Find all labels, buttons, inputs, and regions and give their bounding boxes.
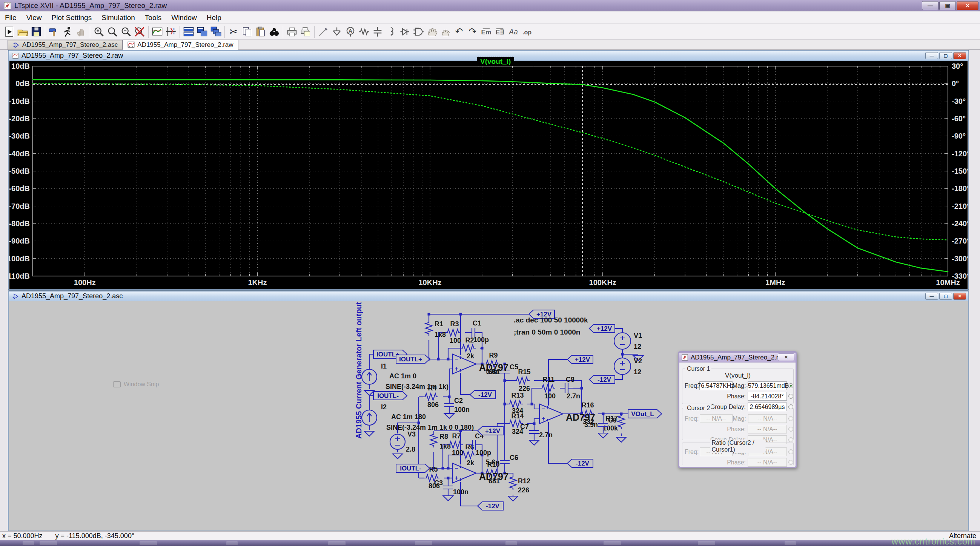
halt-button[interactable] (74, 25, 88, 38)
paste-button[interactable] (254, 25, 267, 38)
minimize-button[interactable]: — (922, 1, 939, 10)
magnitude-curve[interactable] (33, 80, 948, 271)
text-button[interactable]: Aa (507, 25, 520, 38)
print-button[interactable] (285, 25, 299, 38)
run-button[interactable] (61, 25, 74, 38)
source-V1[interactable] (614, 333, 631, 349)
plot-minimize-button[interactable]: — (925, 52, 938, 59)
ratio-phase-field[interactable]: -- N/A-- (748, 458, 787, 467)
open-button[interactable] (16, 25, 29, 38)
spice-directive-button[interactable]: .op (520, 25, 534, 38)
cursor2-freq-field[interactable]: -- N/A-- (700, 414, 733, 423)
trace-legend[interactable]: V(vout_l) (477, 57, 514, 66)
taskbar-item[interactable] (328, 541, 345, 545)
cursor1-mag-radio[interactable] (788, 383, 793, 388)
menu-window[interactable]: Window (166, 12, 202, 23)
control-panel-button[interactable] (47, 25, 61, 38)
capacitor-C3[interactable] (443, 481, 453, 494)
ground-button[interactable] (330, 25, 344, 38)
zoom-full-button[interactable] (133, 25, 146, 38)
cursor2-phase-field[interactable]: -- N/A-- (748, 425, 787, 433)
resistor-R15[interactable] (514, 377, 530, 384)
menu-view[interactable]: View (22, 12, 47, 23)
diode-button[interactable] (398, 25, 412, 38)
capacitor-C7[interactable] (529, 425, 539, 439)
tile-horizontal-button[interactable] (182, 25, 196, 38)
schematic-window-titlebar[interactable]: AD1955_Amp_797_Stereo_2.asc — ▢ ✕ (9, 292, 968, 301)
net-flag-IOUTL-[interactable]: IOUTL- (396, 464, 430, 473)
find-button[interactable] (267, 25, 281, 38)
source-I2[interactable] (362, 410, 377, 425)
cursor2-phase-radio[interactable] (788, 427, 793, 432)
dialog-close-button[interactable]: ✕ (778, 353, 794, 361)
net-flag--12V[interactable]: -12V (589, 375, 615, 384)
schematic-canvas[interactable]: R11k8R3100R22kR9681R15226R11100R13324R14… (10, 302, 967, 530)
autorange-button[interactable] (151, 25, 164, 38)
cursor-dialog-titlebar[interactable]: AD1955_Amp_797_Stereo_2.raw ✕ (679, 353, 795, 362)
cursor2-mag-field[interactable]: -- N/A-- (748, 414, 787, 423)
net-flag--12V[interactable]: -12V (470, 390, 496, 399)
menu-tools[interactable]: Tools (140, 12, 166, 23)
new-run-button[interactable] (2, 25, 16, 38)
maximize-button[interactable]: ▣ (939, 1, 956, 10)
taskbar-item[interactable] (784, 541, 796, 545)
sch-minimize-button[interactable]: — (925, 293, 938, 300)
move-button[interactable] (425, 25, 439, 38)
tab-schematic[interactable]: AD1955_Amp_797_Stereo_2.asc (8, 40, 123, 49)
taskbar-item[interactable] (22, 541, 34, 545)
sch-close-button[interactable]: ✕ (953, 293, 966, 300)
resistor-R17[interactable] (618, 414, 625, 429)
close-button[interactable]: ✕ (957, 1, 978, 10)
sch-restore-button[interactable]: ▢ (939, 293, 952, 300)
source-V2[interactable] (614, 358, 631, 375)
label-button[interactable]: A (344, 25, 357, 38)
cursor1-mag-field[interactable]: -579.13651mdB (748, 382, 787, 390)
capacitor-C2[interactable] (444, 398, 454, 412)
zoom-back-button[interactable] (106, 25, 119, 38)
net-flag-VOut_L[interactable]: VOut_L (628, 410, 662, 418)
taskbar-item[interactable] (40, 541, 57, 545)
menu-simulation[interactable]: Simulation (97, 12, 140, 23)
manual-limits-button[interactable] (164, 25, 178, 38)
cursor2-mag-radio[interactable] (788, 416, 793, 421)
net-flag-+12V[interactable]: +12V (567, 355, 593, 364)
mirror-button[interactable]: Em (479, 25, 493, 38)
ratio-phase-radio[interactable] (788, 460, 793, 465)
menu-plot-settings[interactable]: Plot Settings (46, 12, 97, 23)
copy-button[interactable] (240, 25, 254, 38)
taskbar-item[interactable] (226, 541, 238, 545)
cursor1-freq-field[interactable]: 76.54787KHz (699, 382, 733, 390)
redo-button[interactable]: ↷ (466, 25, 479, 38)
resistor-button[interactable] (357, 25, 371, 38)
resistor-R11[interactable] (540, 385, 555, 391)
rotate-button[interactable]: E∃ (493, 25, 507, 38)
ratio-mag-radio[interactable] (788, 449, 793, 454)
zoom-in-button[interactable] (92, 25, 106, 38)
resistor-R1[interactable] (425, 321, 432, 336)
menu-file[interactable]: File (0, 12, 22, 23)
resistor-R2[interactable] (461, 345, 476, 351)
net-flag--12V[interactable]: -12V (477, 502, 503, 510)
tab-waveform[interactable]: AD1955_Amp_797_Stereo_2.raw (123, 40, 238, 50)
resistor-R12[interactable] (510, 475, 516, 490)
schematic[interactable]: R11k8R3100R22kR9681R15226R11100R13324R14… (355, 302, 662, 510)
plot-close-button[interactable]: ✕ (953, 52, 966, 59)
zoom-out-button[interactable] (119, 25, 133, 38)
net-flag-IOUTL-[interactable]: IOUTL- (374, 391, 407, 400)
windows-taskbar[interactable] (0, 540, 980, 546)
cascade-button[interactable] (209, 25, 223, 38)
save-button[interactable] (29, 25, 43, 38)
cut-button[interactable]: ✂ (227, 25, 240, 38)
menu-help[interactable]: Help (202, 12, 226, 23)
resistor-R3[interactable] (445, 329, 461, 336)
resistor-R13[interactable] (508, 401, 523, 407)
net-flag-+12V[interactable]: +12V (477, 427, 503, 435)
net-flag-+12V[interactable]: +12V (589, 324, 615, 333)
net-flag-IOUTL+[interactable]: IOUTL+ (396, 355, 430, 363)
capacitor-button[interactable] (371, 25, 384, 38)
resistor-R6[interactable] (461, 452, 476, 458)
taskbar-item[interactable] (698, 541, 715, 545)
component-button[interactable] (412, 25, 425, 38)
source-I1[interactable] (362, 369, 377, 385)
capacitor-C8[interactable] (560, 383, 573, 393)
